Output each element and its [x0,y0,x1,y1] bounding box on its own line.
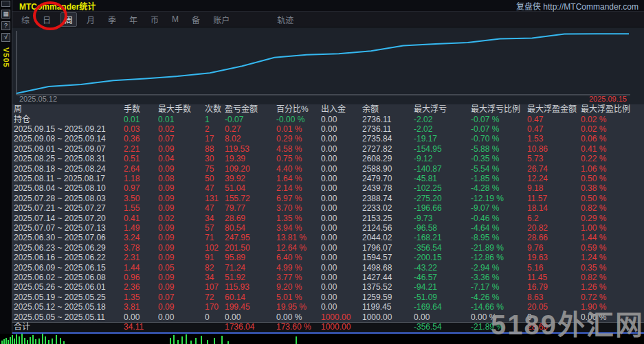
cell-max_float_loss_pct: -0.35 % [469,154,526,163]
cell-pnl: 8.02 [223,135,275,144]
cell-pct: 173.60 % [275,323,320,332]
cell-inout: 0.00 [320,233,361,242]
table-row[interactable]: 2025.05.12 ~ 2025.05.183.810.09170199.45… [12,302,644,312]
cell-period: 持仓 [12,115,122,124]
cell-pnl: 0.00 [223,313,275,322]
equity-curve-svg [12,27,644,104]
column-header-6: 出入金 [320,105,361,114]
cell-max_float_loss_pct: -12.86 % [469,253,526,262]
cell-period: 2025.06.23 ~ 2025.06.29 [12,244,122,253]
mini-bar [201,336,202,344]
confirm-icon[interactable]: √ [1,33,10,42]
tab-月[interactable]: 月 [83,13,98,26]
cell-inout: 0.00 [320,115,361,124]
equity-chart: 2025.05.12 2025.09.15 [12,27,644,104]
cell-trades: 30 [203,154,223,163]
stats-table: 周手数最大手数次数盈亏金额百分比%出入金余额最大浮亏最大浮亏比例最大浮盈金额最大… [12,104,644,332]
table-row[interactable]: 2025.09.01 ~ 2025.09.072.210.0988119.534… [12,144,644,154]
tab-周[interactable]: 周 [60,12,77,27]
mini-bar [190,341,192,344]
cell-max_float_loss: -196.66 [412,204,469,213]
cell-max_float_loss_pct: -4.64 % [469,224,526,233]
table-row[interactable]: 2025.06.16 ~ 2025.06.222.310.099195.896.… [12,253,644,262]
cell-period: 合计 [12,323,122,332]
tab-日[interactable]: 日 [39,13,54,26]
table-row[interactable]: 2025.09.08 ~ 2025.09.140.360.07178.020.2… [12,135,644,144]
tab-备[interactable]: 备 [188,13,203,26]
table-row[interactable]: 持仓0.010.011-0.07-0.00 %0.002736.11-2.02-… [12,115,644,124]
table-row[interactable]: 2025.09.15 ~ 2025.09.210.030.0220.270.01… [12,124,644,134]
cell-max_float_profit_pct: 0.82 % [579,204,644,213]
cell-balance: 1498.68 [361,264,412,273]
cell-balance: 2735.84 [361,135,412,144]
cell-trades: 47 [203,204,223,213]
cell-max_float_profit_pct: 0.50 % [579,174,644,183]
cell-max_lots: 0.02 [157,125,203,134]
cell-max_float_profit: 20.82 [526,224,579,233]
cell-pnl: 39.92 [223,174,275,183]
tab-季[interactable]: 季 [104,13,120,26]
table-row[interactable]: 2025.08.25 ~ 2025.08.310.510.043019.390.… [12,154,644,164]
tab-综[interactable]: 综 [18,13,33,26]
cell-pnl: 71.24 [223,264,275,273]
cell-max_float_loss: -169.64 [412,303,469,312]
column-header-7: 余额 [361,105,412,114]
cell-inout: 0.00 [320,135,361,144]
mini-bar [214,338,215,344]
cell-max_float_loss: -2.02 [412,125,469,134]
cell-max_lots: 0.05 [157,264,203,273]
table-row[interactable]: 2025.07.21 ~ 2025.07.271.550.094779.773.… [12,204,644,214]
mini-bar [27,340,28,344]
table-row[interactable]: 2025.06.02 ~ 2025.06.080.960.093451.923.… [12,273,644,282]
table-row[interactable]: 2025.06.09 ~ 2025.06.151.440.058271.244.… [12,263,644,273]
window-control-icon[interactable] [1,1,10,7]
mini-bar [19,336,20,344]
table-row[interactable]: 2025.05.19 ~ 2025.05.251.350.077260.145.… [12,293,644,302]
tab-账户[interactable]: 账户 [210,13,233,26]
mini-bar [227,341,229,344]
table-row[interactable]: 2025.07.07 ~ 2025.07.131.490.095780.543.… [12,223,644,233]
help-icon[interactable]: ? [1,21,10,30]
table-row[interactable]: 2025.06.23 ~ 2025.06.293.780.09102201.50… [12,243,644,253]
cell-max_lots: 0.09 [157,224,203,233]
table-row[interactable]: 2025.07.14 ~ 2025.07.200.410.023428.691.… [12,214,644,223]
cell-max_float_loss: -102.25 [412,184,469,193]
table-row[interactable]: 2025.08.11 ~ 2025.08.171.180.085039.921.… [12,174,644,183]
cell-max_float_profit: 28.66 [526,323,579,332]
cell-pnl: 155.72 [223,194,275,203]
cell-max_lots: 0.09 [157,184,203,193]
tab-币[interactable]: 币 [147,13,162,26]
mini-bar [207,340,208,344]
tab-M[interactable]: M [168,14,182,25]
table-row[interactable]: 2025.05.26 ~ 2025.06.012.360.09107115.93… [12,283,644,293]
cell-inout: 0.00 [320,165,361,174]
window-title: MTCommander统计 [19,0,96,12]
mini-bar [38,339,40,344]
table-row[interactable]: 2025.07.28 ~ 2025.08.033.500.09131155.72… [12,194,644,203]
cell-max_float_profit: 11.57 [526,194,579,203]
tab-年[interactable]: 年 [126,13,141,26]
total-row[interactable]: 合计34.111736.04173.60 %1000.00-356.54-21.… [12,322,644,332]
table-row[interactable]: 2025.06.30 ~ 2025.07.063.240.0971247.951… [12,233,644,243]
table-row[interactable]: 2025.08.18 ~ 2025.08.242.640.0975109.204… [12,164,644,174]
cell-max_float_profit_pct: 0.02 % [579,115,644,124]
brand-link[interactable]: 复盘侠 http://MTCommander.com [516,0,639,12]
cell-max_float_loss_pct: -0.07 % [469,115,526,124]
cell-lots: 0.00 [122,313,157,322]
cell-max_float_profit: 5.73 [526,154,579,163]
cell-pnl: 201.50 [223,244,275,253]
column-header-9: 最大浮亏比例 [469,105,526,114]
table-row[interactable]: 2025.05.05 ~ 2025.05.110.000.0000.000.00… [12,312,644,322]
cell-inout: 0.00 [320,224,361,233]
panel-icon[interactable]: ▦ [1,10,10,19]
cell-max_lots: 0.09 [157,244,203,253]
cell-max_float_profit_pct: 0.50 % [579,194,644,203]
cell-max_lots: 0.09 [157,165,203,174]
cell-pnl: 115.93 [223,283,275,292]
cell-max_float_loss: 0.00 [412,313,469,322]
table-row[interactable]: 2025.08.04 ~ 2025.08.100.970.094751.042.… [12,184,644,194]
cell-max_float_profit: 11.45 [526,273,579,282]
cell-pct: 0.29 % [275,135,320,144]
cell-max_float_loss: -140.87 [412,165,469,174]
tab-轨迹[interactable]: 轨迹 [274,13,297,26]
